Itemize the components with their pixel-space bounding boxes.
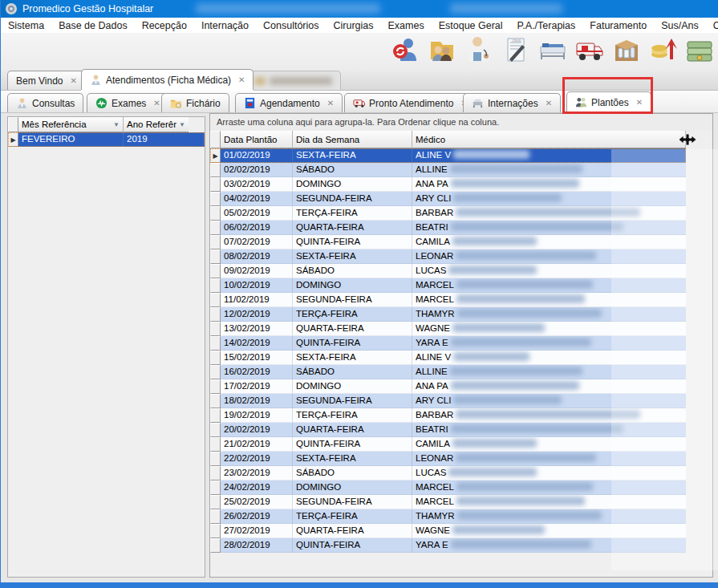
dia-da-semana-cell[interactable]: SEGUNDA-FEIRA <box>293 192 412 206</box>
menu-item-interna-o[interactable]: Internação <box>194 18 256 33</box>
dia-da-semana-cell[interactable]: QUARTA-FEIRA <box>293 524 412 538</box>
shift-row[interactable]: ▶01/02/2019SEXTA-FEIRAALINE V <box>210 148 686 163</box>
medico-cell[interactable]: LUCAS <box>412 264 686 278</box>
shift-row[interactable]: 04/02/2019SEGUNDA-FEIRAARY CLI <box>210 192 686 206</box>
shift-row[interactable]: 20/02/2019QUARTA-FEIRABEATRI <box>210 423 686 437</box>
data-plantao-cell[interactable]: 15/02/2019 <box>221 351 293 365</box>
dia-da-semana-cell[interactable]: DOMINGO <box>293 177 412 192</box>
shift-row[interactable]: 27/02/2019QUARTA-FEIRAWAGNE <box>210 524 686 538</box>
data-plantao-cell[interactable]: 25/02/2019 <box>221 495 293 509</box>
shift-row[interactable]: 02/02/2019SÁBADOALLINE <box>210 163 686 177</box>
shift-row[interactable]: 23/02/2019SÁBADOLUCAS <box>210 466 686 481</box>
medico-cell[interactable]: THAMYR <box>412 307 686 322</box>
tab-bem-vindo[interactable]: Bem Vindo✕ <box>7 71 86 90</box>
tab-redacted[interactable] <box>245 71 341 90</box>
patient-records-button[interactable] <box>424 34 460 68</box>
menu-item-p-a-terapias[interactable]: P.A./Terapias <box>510 18 583 33</box>
tab-interna-es[interactable]: Internações✕ <box>463 93 561 112</box>
dia-da-semana-cell[interactable]: DOMINGO <box>293 379 412 394</box>
dia-da-semana-cell[interactable]: SEGUNDA-FEIRA <box>293 394 412 408</box>
shift-row[interactable]: 19/02/2019TERÇA-FEIRABARBAR <box>210 408 686 423</box>
data-plantao-cell[interactable]: 19/02/2019 <box>221 408 293 423</box>
shift-row[interactable]: 14/02/2019QUINTA-FEIRAYARA E <box>210 336 686 351</box>
data-plantao-cell[interactable]: 07/02/2019 <box>221 235 293 249</box>
prescription-button[interactable]: CRUD <box>497 34 534 68</box>
shift-row[interactable]: 24/02/2019DOMINGOMARCEL <box>210 481 686 495</box>
filter-dropdown-icon[interactable]: ▼ <box>113 121 120 128</box>
medico-cell[interactable]: ARY CLI <box>412 394 686 408</box>
shift-row[interactable]: 21/02/2019QUINTA-FEIRACAMILA <box>210 437 686 452</box>
dia-da-semana-cell[interactable]: DOMINGO <box>293 278 412 293</box>
menu-item-recep-o[interactable]: Recepção <box>135 18 194 33</box>
medico-cell[interactable]: CAMILA <box>412 437 686 452</box>
data-plantao-cell[interactable]: 28/02/2019 <box>221 538 293 553</box>
medico-cell[interactable]: LEONAR <box>412 249 686 264</box>
shift-row[interactable]: 03/02/2019DOMINGOANA PA <box>210 177 686 192</box>
dia-da-semana-cell[interactable]: TERÇA-FEIRA <box>293 408 412 423</box>
mes-referencia-cell[interactable]: FEVEREIRO <box>18 132 124 147</box>
tab-fich-rio[interactable]: Fichário <box>161 93 229 112</box>
data-plantao-cell[interactable]: 03/02/2019 <box>221 177 293 192</box>
dia-da-semana-cell[interactable]: TERÇA-FEIRA <box>293 206 412 221</box>
medico-cell[interactable]: MARCEL <box>412 278 686 293</box>
tab-agendamento[interactable]: Agendamento✕ <box>235 93 343 112</box>
medico-cell[interactable]: MARCEL <box>412 495 686 509</box>
dia-da-semana-cell[interactable]: QUINTA-FEIRA <box>293 538 412 553</box>
close-tab-icon[interactable]: ✕ <box>327 99 334 107</box>
column-header-medico[interactable]: Médico <box>412 131 686 148</box>
data-plantao-cell[interactable]: 24/02/2019 <box>221 481 293 495</box>
medico-cell[interactable]: MARCEL <box>412 293 686 307</box>
medico-cell[interactable]: BARBAR <box>412 408 686 423</box>
tab-plant-es[interactable]: Plantões✕ <box>566 91 651 112</box>
data-plantao-cell[interactable]: 08/02/2019 <box>221 249 293 264</box>
shift-row[interactable]: 25/02/2019SEGUNDA-FEIRAMARCEL <box>210 495 686 509</box>
revenue-up-button[interactable] <box>645 34 682 68</box>
menu-item-sus-ans[interactable]: Sus/Ans <box>654 18 706 33</box>
cash-button[interactable] <box>682 34 718 68</box>
dia-da-semana-cell[interactable]: TERÇA-FEIRA <box>293 509 412 524</box>
dia-da-semana-cell[interactable]: SÁBADO <box>293 365 412 379</box>
medico-cell[interactable]: THAMYR <box>412 509 686 524</box>
shift-row[interactable]: 22/02/2019SEXTA-FEIRALEONAR <box>210 452 686 466</box>
data-plantao-cell[interactable]: 18/02/2019 <box>221 394 293 408</box>
data-plantao-cell[interactable]: 16/02/2019 <box>221 365 293 379</box>
dia-da-semana-cell[interactable]: QUINTA-FEIRA <box>293 437 412 452</box>
menu-item-cirurgias[interactable]: Cirurgias <box>327 18 381 33</box>
menu-item-exames[interactable]: Exames <box>381 18 432 33</box>
dia-da-semana-cell[interactable]: DOMINGO <box>293 481 412 495</box>
medico-cell[interactable]: YARA E <box>412 336 686 351</box>
data-plantao-cell[interactable]: 10/02/2019 <box>221 278 293 293</box>
shift-row[interactable]: 16/02/2019SÁBADOALLINE <box>210 365 686 379</box>
data-plantao-cell[interactable]: 26/02/2019 <box>221 509 293 524</box>
dia-da-semana-cell[interactable]: SEXTA-FEIRA <box>293 148 412 163</box>
medico-cell[interactable]: YARA E <box>412 538 686 553</box>
shift-row[interactable]: 18/02/2019SEGUNDA-FEIRAARY CLI <box>210 394 686 408</box>
dia-da-semana-cell[interactable]: SÁBADO <box>293 163 412 177</box>
dia-da-semana-cell[interactable]: SEGUNDA-FEIRA <box>293 495 412 509</box>
data-plantao-cell[interactable]: 23/02/2019 <box>221 466 293 481</box>
data-plantao-cell[interactable]: 11/02/2019 <box>221 293 293 307</box>
dia-da-semana-cell[interactable]: QUINTA-FEIRA <box>293 336 412 351</box>
menu-item-sistema[interactable]: Sistema <box>1 18 51 33</box>
data-plantao-cell[interactable]: 04/02/2019 <box>221 192 293 206</box>
tab-atendimentos-ficha-m-dica-[interactable]: Atendimentos (Ficha Médica)✕ <box>81 69 254 90</box>
data-plantao-cell[interactable]: 13/02/2019 <box>221 322 293 336</box>
close-tab-icon[interactable]: ✕ <box>238 75 245 84</box>
menu-item-faturamento[interactable]: Faturamento <box>582 18 654 33</box>
ano-referencia-cell[interactable]: 2019 <box>124 132 189 147</box>
shift-row[interactable]: 12/02/2019TERÇA-FEIRATHAMYR <box>210 307 686 322</box>
tab-pronto-atendimento[interactable]: Pronto Atendimento✕ <box>344 93 477 112</box>
stock-supplies-button[interactable] <box>608 34 645 68</box>
shift-row[interactable]: 08/02/2019SEXTA-FEIRALEONAR <box>210 249 686 264</box>
shift-row[interactable]: 09/02/2019SÁBADOLUCAS <box>210 264 686 278</box>
medico-cell[interactable]: ANA PA <box>412 379 686 394</box>
medico-cell[interactable]: ANA PA <box>412 177 686 192</box>
dia-da-semana-cell[interactable]: SEXTA-FEIRA <box>293 351 412 365</box>
sync-users-button[interactable] <box>387 34 424 68</box>
tab-exames[interactable]: Exames✕ <box>87 93 169 112</box>
column-header-dia-da-semana[interactable]: Dia da Semana <box>293 131 412 148</box>
doctor-button[interactable] <box>460 34 497 68</box>
data-plantao-cell[interactable]: 06/02/2019 <box>221 221 293 235</box>
data-plantao-cell[interactable]: 22/02/2019 <box>221 452 293 466</box>
shift-row[interactable]: 05/02/2019TERÇA-FEIRABARBAR <box>210 206 686 221</box>
